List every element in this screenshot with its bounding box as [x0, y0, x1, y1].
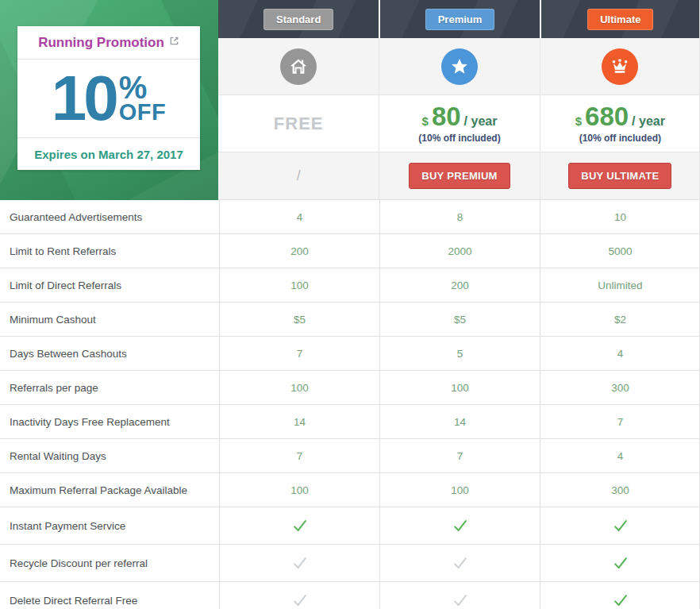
- price-note: (10% off included): [579, 133, 661, 144]
- currency-sign: $: [575, 114, 582, 128]
- feature-value: 300: [540, 371, 700, 404]
- crown-icon: [602, 48, 638, 85]
- promotion-expiry: Expires on March 27, 2017: [17, 138, 200, 170]
- promotion-panel: Running Promotion 10 % OFF: [0, 0, 218, 200]
- feature-value: 8: [379, 200, 540, 233]
- plan-buy-standard: /: [218, 152, 379, 200]
- check-icon: [220, 582, 379, 609]
- buy-ultimate-button[interactable]: BUY ULTIMATE: [568, 163, 671, 189]
- price-period: / year: [464, 114, 498, 129]
- check-icon: [540, 507, 700, 544]
- promotion-title-row: Running Promotion: [17, 26, 200, 60]
- feature-value: 5000: [540, 234, 700, 268]
- feature-value: 4: [540, 439, 700, 472]
- plan-column-standard: Standard FREE /: [218, 0, 379, 200]
- feature-label: Maximum Referral Package Available: [0, 473, 220, 507]
- external-link-icon[interactable]: [169, 36, 179, 46]
- plan-price-ultimate: $ 680 / year (10% off included): [540, 95, 700, 152]
- plan-buy-premium: BUY PREMIUM: [379, 152, 539, 200]
- price-note: (10% off included): [418, 133, 500, 144]
- discount-percent-sign: %: [119, 73, 148, 102]
- feature-row: Limit of Direct Referrals100200Unlimited: [0, 268, 700, 303]
- feature-value: 7: [540, 405, 700, 438]
- plan-header-standard: Standard: [218, 0, 379, 38]
- feature-label: Recycle Discount per referral: [0, 545, 220, 581]
- membership-pricing-page: Running Promotion 10 % OFF: [0, 0, 700, 609]
- discount-number: 10: [52, 71, 116, 125]
- feature-row: Recycle Discount per referral: [0, 545, 700, 582]
- feature-label: Rental Waiting Days: [0, 439, 220, 472]
- promotion-title: Running Promotion: [38, 35, 164, 51]
- feature-row: Minimum Cashout$5$5$2: [0, 303, 700, 337]
- feature-value: Unlimited: [540, 268, 700, 302]
- feature-label: Guaranteed Advertisements: [0, 200, 220, 233]
- feature-row: Days Between Cashouts754: [0, 337, 700, 371]
- plan-price-premium: $ 80 / year (10% off included): [379, 95, 539, 152]
- plan-column-ultimate: Ultimate $: [540, 0, 700, 200]
- check-icon: [220, 545, 379, 581]
- feature-value: 200: [220, 234, 379, 268]
- feature-value: 4: [540, 337, 700, 370]
- buy-premium-button[interactable]: BUY PREMIUM: [409, 163, 510, 189]
- feature-value: 200: [379, 268, 540, 302]
- feature-label: Limit to Rent Referrals: [0, 234, 220, 268]
- promotion-card: Running Promotion 10 % OFF: [17, 26, 200, 170]
- feature-row: Referrals per page100100300: [0, 371, 700, 405]
- feature-value: 100: [220, 371, 379, 404]
- feature-label: Delete Direct Referral Free: [0, 582, 220, 609]
- feature-value: $5: [220, 303, 379, 336]
- feature-value: 7: [220, 439, 379, 472]
- feature-row: Delete Direct Referral Free: [0, 582, 700, 609]
- feature-value: 100: [220, 473, 379, 507]
- feature-value: 5: [379, 337, 540, 370]
- plan-header-premium: Premium: [379, 0, 539, 38]
- feature-label: Instant Payment Service: [0, 507, 220, 544]
- feature-value: $2: [540, 303, 700, 336]
- price-period: / year: [632, 114, 665, 129]
- check-icon: [379, 582, 540, 609]
- plan-columns: Standard FREE /: [218, 0, 700, 200]
- feature-value: 2000: [379, 234, 540, 268]
- feature-value: 100: [379, 371, 540, 404]
- feature-label: Limit of Direct Referrals: [0, 268, 220, 302]
- feature-row: Limit to Rent Referrals20020005000: [0, 234, 700, 268]
- feature-row: Instant Payment Service: [0, 507, 700, 545]
- plan-buy-ultimate: BUY ULTIMATE: [540, 152, 700, 200]
- no-buy-slash: /: [297, 168, 301, 184]
- plan-price-standard: FREE: [218, 95, 379, 152]
- ultimate-badge: Ultimate: [587, 9, 653, 30]
- feature-value: 14: [379, 405, 540, 438]
- feature-label: Minimum Cashout: [0, 303, 220, 336]
- check-icon: [540, 582, 700, 609]
- currency-sign: $: [422, 114, 429, 128]
- home-icon: [280, 48, 317, 85]
- feature-row: Guaranteed Advertisements4810: [0, 200, 700, 234]
- standard-badge: Standard: [263, 9, 333, 30]
- feature-label: Inactivity Days Free Replacement: [0, 405, 220, 438]
- plan-icon-row: [379, 38, 539, 95]
- star-icon: [441, 48, 478, 85]
- check-icon: [220, 507, 379, 544]
- feature-row: Rental Waiting Days774: [0, 439, 700, 473]
- feature-value: $5: [379, 303, 540, 336]
- plan-header-ultimate: Ultimate: [540, 0, 700, 38]
- price-amount: 80: [432, 103, 461, 129]
- feature-value: 300: [540, 473, 700, 507]
- feature-value: 7: [379, 439, 540, 472]
- feature-label: Days Between Cashouts: [0, 337, 220, 370]
- feature-label: Referrals per page: [0, 371, 220, 404]
- premium-badge: Premium: [425, 9, 495, 30]
- feature-value: 7: [220, 337, 379, 370]
- feature-value: 14: [220, 405, 379, 438]
- price-amount: 680: [585, 103, 629, 129]
- plan-icon-row: [540, 38, 700, 95]
- feature-value: 100: [379, 473, 540, 507]
- feature-row: Inactivity Days Free Replacement14147: [0, 405, 700, 439]
- feature-row: Maximum Referral Package Available100100…: [0, 473, 700, 507]
- promotion-discount: 10 % OFF: [17, 60, 200, 138]
- check-icon: [379, 545, 540, 581]
- check-icon: [379, 507, 540, 544]
- feature-value: 100: [220, 268, 379, 302]
- feature-table: Guaranteed Advertisements4810Limit to Re…: [0, 200, 700, 609]
- price-free-label: FREE: [274, 114, 324, 134]
